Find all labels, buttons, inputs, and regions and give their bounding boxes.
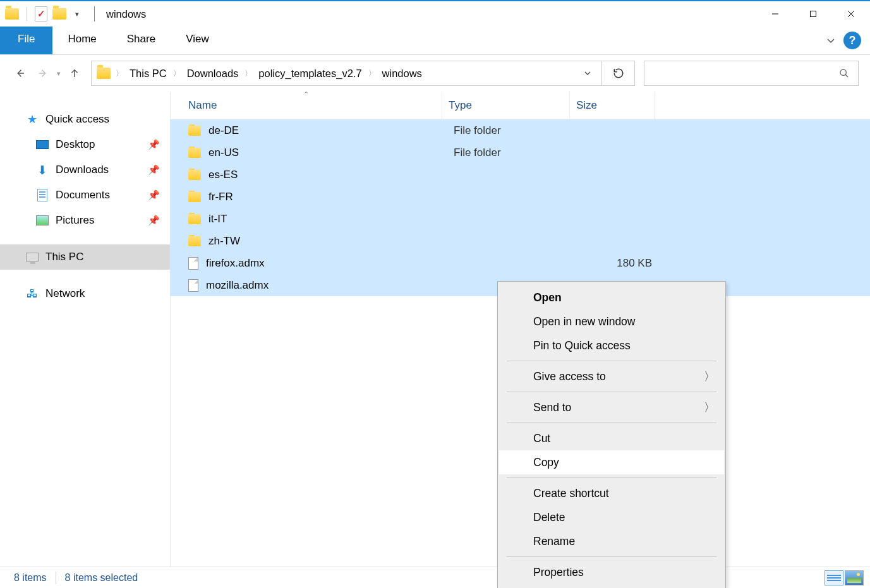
- context-menu-open-new-window[interactable]: Open in new window: [499, 309, 724, 333]
- file-row[interactable]: it-IT: [171, 208, 870, 230]
- column-headers: ⌃ Name Type Size: [171, 92, 870, 119]
- folder-icon: [188, 126, 201, 136]
- file-row[interactable]: firefox.admx180 KB: [171, 252, 870, 274]
- qat-dropdown-icon[interactable]: ▾: [71, 10, 83, 18]
- context-menu-copy[interactable]: Copy: [499, 450, 724, 474]
- file-row[interactable]: es-ES: [171, 164, 870, 186]
- context-menu-open[interactable]: Open: [499, 285, 724, 309]
- context-menu: Open Open in new window Pin to Quick acc…: [497, 281, 726, 588]
- sidebar-item-quick-access[interactable]: ★ Quick access: [0, 107, 170, 132]
- context-menu-delete[interactable]: Delete: [499, 505, 724, 529]
- column-header-type[interactable]: Type: [442, 92, 570, 119]
- sidebar-label: Pictures: [56, 214, 94, 227]
- file-list-pane: ⌃ Name Type Size de-DEFile folderen-USFi…: [171, 92, 870, 567]
- file-type: File folder: [449, 124, 576, 137]
- breadcrumb-downloads[interactable]: Downloads: [182, 68, 244, 80]
- file-name: mozilla.admx: [206, 279, 269, 292]
- sidebar-label: Desktop: [56, 138, 95, 151]
- quick-access-toolbar: ✓ ▾ windows: [0, 6, 146, 21]
- file-list[interactable]: de-DEFile folderen-USFile folderes-ESfr-…: [171, 119, 870, 296]
- context-menu-rename[interactable]: Rename: [499, 529, 724, 553]
- file-row[interactable]: de-DEFile folder: [171, 119, 870, 141]
- address-dropdown-icon[interactable]: [572, 61, 601, 85]
- context-menu-cut[interactable]: Cut: [499, 426, 724, 450]
- app-folder-icon[interactable]: [5, 8, 19, 20]
- sidebar-label: This PC: [45, 251, 83, 263]
- chevron-right-icon[interactable]: 〉: [172, 68, 182, 79]
- refresh-button[interactable]: [601, 61, 634, 85]
- thumbnails-view-button[interactable]: [845, 570, 864, 585]
- file-row[interactable]: fr-FR: [171, 186, 870, 208]
- tab-view[interactable]: View: [171, 27, 224, 54]
- context-menu-give-access-to[interactable]: Give access to 〉: [499, 364, 724, 388]
- context-menu-send-to[interactable]: Send to 〉: [499, 395, 724, 419]
- context-menu-separator: [507, 392, 716, 392]
- forward-button[interactable]: [32, 62, 54, 85]
- ribbon-expand-icon[interactable]: [818, 27, 843, 54]
- chevron-right-icon[interactable]: 〉: [367, 68, 377, 79]
- document-icon: [35, 188, 49, 202]
- maximize-button[interactable]: [794, 1, 832, 27]
- context-menu-separator: [507, 477, 716, 478]
- column-header-size[interactable]: Size: [570, 92, 655, 119]
- file-icon: [188, 279, 198, 292]
- file-name: zh-TW: [208, 235, 240, 248]
- context-menu-separator: [507, 361, 716, 361]
- close-button[interactable]: [832, 1, 870, 27]
- context-menu-label: Give access to: [533, 370, 606, 383]
- sidebar-label: Quick access: [45, 113, 109, 126]
- up-button[interactable]: [63, 62, 86, 85]
- svg-point-7: [840, 69, 846, 75]
- recent-locations-icon[interactable]: ▾: [54, 69, 63, 78]
- ribbon-tabs: File Home Share View ?: [0, 27, 870, 55]
- sidebar-item-downloads[interactable]: ⬇ Downloads 📌: [0, 157, 170, 183]
- address-bar[interactable]: 〉 This PC 〉 Downloads 〉 policy_templates…: [91, 61, 635, 86]
- search-input[interactable]: [644, 61, 839, 85]
- sidebar-item-this-pc[interactable]: This PC: [0, 244, 170, 270]
- sidebar-item-desktop[interactable]: Desktop 📌: [0, 132, 170, 157]
- properties-qat-icon[interactable]: ✓: [35, 6, 47, 21]
- window-controls: [756, 1, 870, 27]
- star-icon: ★: [25, 112, 39, 126]
- pin-icon: 📌: [148, 215, 160, 226]
- file-name: fr-FR: [208, 191, 233, 203]
- sidebar-item-network[interactable]: 🖧 Network: [0, 281, 170, 306]
- search-box[interactable]: [644, 61, 859, 86]
- breadcrumb-this-pc[interactable]: This PC: [124, 68, 172, 80]
- pin-icon: 📌: [148, 189, 160, 201]
- details-view-button[interactable]: [825, 570, 843, 585]
- file-size: 180 KB: [576, 257, 658, 270]
- context-menu-pin-quick-access[interactable]: Pin to Quick access: [499, 333, 724, 357]
- file-row[interactable]: en-USFile folder: [171, 141, 870, 164]
- folder-icon: [188, 236, 201, 246]
- sidebar-item-pictures[interactable]: Pictures 📌: [0, 208, 170, 233]
- file-row[interactable]: zh-TW: [171, 230, 870, 252]
- sidebar-item-documents[interactable]: Documents 📌: [0, 183, 170, 208]
- navigation-pane: ★ Quick access Desktop 📌 ⬇ Downloads 📌 D…: [0, 92, 171, 567]
- help-button[interactable]: ?: [843, 32, 861, 49]
- context-menu-separator: [507, 556, 716, 557]
- tab-home[interactable]: Home: [52, 27, 111, 54]
- new-folder-qat-icon[interactable]: [52, 8, 66, 20]
- tab-file[interactable]: File: [0, 27, 52, 54]
- breadcrumb-policy-templates[interactable]: policy_templates_v2.7: [253, 68, 366, 80]
- breadcrumb-windows[interactable]: windows: [377, 68, 427, 80]
- context-menu-separator: [507, 423, 716, 423]
- context-menu-properties[interactable]: Properties: [499, 560, 724, 584]
- title-bar: ✓ ▾ windows: [0, 1, 870, 27]
- status-separator: [56, 572, 56, 584]
- folder-icon: [188, 148, 201, 158]
- file-icon: [188, 257, 198, 270]
- context-menu-create-shortcut[interactable]: Create shortcut: [499, 481, 724, 505]
- sort-ascending-icon: ⌃: [303, 90, 309, 99]
- chevron-right-icon[interactable]: 〉: [114, 68, 124, 79]
- pictures-icon: [35, 213, 49, 227]
- chevron-right-icon[interactable]: 〉: [243, 68, 253, 79]
- back-button[interactable]: [9, 62, 32, 85]
- minimize-button[interactable]: [756, 1, 794, 27]
- tab-share[interactable]: Share: [112, 27, 171, 54]
- folder-icon: [188, 170, 201, 180]
- qat-separator: [27, 7, 27, 21]
- column-header-name[interactable]: ⌃ Name: [171, 92, 442, 119]
- title-separator: [94, 6, 95, 21]
